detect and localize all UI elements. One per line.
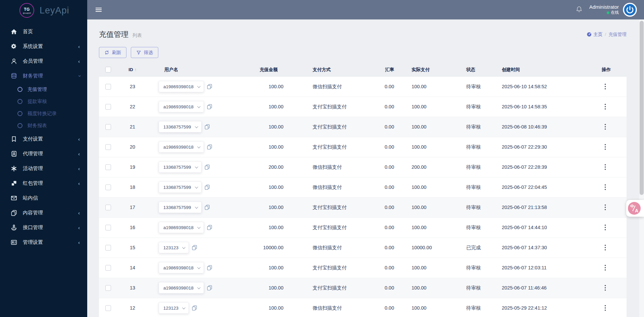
cell-amount: 100.00 (245, 258, 310, 278)
table-row: 13a19869398018100.00支付宝扫描支付0.00100.00待审核… (99, 278, 627, 298)
row-checkbox[interactable] (105, 205, 111, 210)
row-actions-button[interactable] (604, 104, 627, 110)
status-badge: 待审核 (466, 76, 500, 97)
username-select[interactable]: a19869398018 (159, 81, 204, 92)
sidebar-item-system-settings[interactable]: 系统设置‹ (0, 39, 87, 54)
sidebar-item-home[interactable]: 首页 (0, 24, 87, 39)
user-menu[interactable]: Administrator 在线 (589, 4, 619, 15)
row-checkbox[interactable] (105, 285, 111, 291)
sidebar-subitem-label: 财务报表 (28, 122, 47, 129)
row-actions-button[interactable] (604, 124, 627, 130)
row-checkbox[interactable] (105, 84, 111, 90)
scrollbar-thumb[interactable] (640, 21, 644, 195)
username-select[interactable]: a19869398018 (159, 282, 204, 294)
sidebar-item-content-management[interactable]: 内容管理‹ (0, 205, 87, 220)
sidebar-item-member-management[interactable]: 会员管理‹ (0, 54, 87, 68)
row-actions-button[interactable] (604, 245, 627, 251)
cell-amount: 100.00 (245, 217, 310, 237)
cell-method: 支付宝扫描支付 (310, 137, 381, 157)
status-badge: 待审核 (466, 217, 500, 237)
copy-username-button[interactable] (207, 144, 212, 150)
logout-power-button[interactable] (623, 3, 637, 17)
copy-username-button[interactable] (207, 265, 212, 270)
copy-username-button[interactable] (205, 164, 210, 170)
sidebar-item-label: 内容管理 (23, 210, 43, 216)
row-checkbox[interactable] (105, 104, 111, 110)
row-actions-button[interactable] (604, 265, 627, 271)
cell-method: 微信扫描支付 (310, 298, 381, 317)
copy-username-button[interactable] (205, 184, 210, 190)
username-select[interactable]: 13368757599 (159, 161, 202, 173)
copy-username-button[interactable] (192, 305, 197, 311)
brand-logo[interactable]: TG @msdj123 LeyApi (0, 0, 87, 21)
cell-amount: 10000.00 (245, 237, 310, 258)
row-checkbox[interactable] (105, 144, 111, 150)
row-checkbox[interactable] (105, 265, 111, 271)
sidebar: TG @msdj123 LeyApi 首页系统设置‹会员管理‹财务管理‹充值管理… (0, 0, 87, 317)
row-actions-button[interactable] (604, 164, 627, 170)
username-select[interactable]: 123123 (159, 302, 189, 314)
username-select[interactable]: 123123 (159, 242, 189, 253)
copy-username-button[interactable] (205, 205, 210, 210)
sidebar-item-admin-settings[interactable]: 管理设置‹ (0, 235, 87, 250)
row-actions-button[interactable] (604, 305, 627, 311)
sidebar-item-agent-management[interactable]: 代理管理‹ (0, 146, 87, 161)
username-select[interactable]: a19869398018 (159, 101, 204, 112)
sidebar-item-payment-settings[interactable]: 支付设置‹ (0, 131, 87, 146)
cell-method: 微信扫描支付 (310, 157, 381, 177)
sidebar-item-activity-management[interactable]: 活动管理‹ (0, 161, 87, 176)
hamburger-menu-icon[interactable] (96, 7, 102, 13)
sidebar-subitem-financial-reports[interactable]: 财务报表 (0, 119, 87, 131)
copy-username-button[interactable] (207, 104, 212, 109)
breadcrumb-home-link[interactable]: 主页 (587, 32, 602, 38)
sidebar-subitem-withdrawal-review[interactable]: 提款审核 (0, 95, 87, 107)
sidebar-subitem-quota-conversion-records[interactable]: 额度转换记录 (0, 107, 87, 119)
filter-button[interactable]: 筛选 (131, 47, 158, 58)
row-actions-button[interactable] (604, 144, 627, 150)
row-actions-button[interactable] (604, 204, 627, 210)
sidebar-item-finance-management[interactable]: 财务管理‹ (0, 68, 87, 83)
sidebar-item-redpacket-management[interactable]: 红包管理‹ (0, 176, 87, 191)
copy-username-button[interactable] (192, 245, 197, 250)
cell-actual: 100.00 (411, 117, 466, 137)
row-checkbox[interactable] (105, 245, 111, 251)
refresh-label: 刷新 (112, 50, 121, 56)
cell-actual: 100.00 (411, 278, 466, 298)
row-actions-button[interactable] (604, 285, 627, 291)
copy-username-button[interactable] (205, 124, 210, 129)
notification-bell-icon[interactable] (576, 6, 583, 14)
translate-widget-button[interactable]: 中 A (626, 200, 644, 217)
copy-username-button[interactable] (207, 84, 212, 89)
copy-username-button[interactable] (207, 285, 212, 290)
status-badge: 待审核 (466, 258, 500, 278)
row-checkbox[interactable] (105, 225, 111, 230)
row-actions-button[interactable] (604, 184, 627, 190)
row-actions-button[interactable] (604, 224, 627, 230)
column-header-id[interactable]: ID↑ (117, 63, 148, 76)
cell-rate: 0.00 (381, 278, 411, 298)
username-select[interactable]: a19869398018 (159, 141, 204, 153)
row-checkbox[interactable] (105, 124, 111, 130)
select-all-checkbox[interactable] (105, 67, 111, 72)
table-row: 1813368757599100.00微信扫描支付0.00100.00待审核20… (99, 177, 627, 197)
username-select[interactable]: 13368757599 (159, 121, 202, 133)
row-checkbox[interactable] (105, 305, 111, 311)
copy-username-button[interactable] (207, 225, 212, 230)
username-select[interactable]: a19869398018 (159, 262, 204, 273)
username-select[interactable]: 13368757599 (159, 181, 202, 193)
sidebar-item-site-message[interactable]: 站内信 (0, 191, 87, 205)
row-checkbox[interactable] (105, 184, 111, 190)
row-actions-button[interactable] (604, 84, 627, 90)
column-header-method: 支付方式 (310, 63, 381, 76)
sidebar-subitem-recharge-management[interactable]: 充值管理 (0, 83, 87, 95)
username-select[interactable]: 13368757599 (159, 202, 202, 213)
chevron-left-icon: ‹ (78, 44, 80, 49)
user-icon (10, 58, 17, 64)
cell-id: 17 (117, 197, 148, 217)
row-checkbox[interactable] (105, 164, 111, 170)
refresh-button[interactable]: 刷新 (99, 47, 126, 58)
sidebar-item-api-management[interactable]: 接口管理‹ (0, 220, 87, 235)
username-select[interactable]: a19869398018 (159, 222, 204, 233)
column-header-username: 用户名 (148, 63, 245, 76)
cell-created: 2025-06-07 12:03:11 (500, 258, 597, 278)
